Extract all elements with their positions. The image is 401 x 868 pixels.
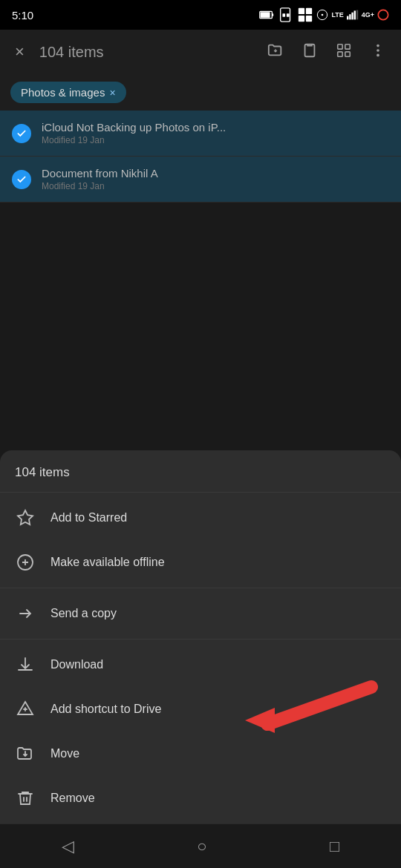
sim-icon bbox=[278, 7, 294, 23]
trash-icon bbox=[15, 788, 36, 809]
svg-rect-21 bbox=[338, 51, 342, 56]
app-bar-title: 104 items bbox=[39, 44, 252, 61]
app-bar: × 104 items bbox=[0, 30, 401, 74]
svg-point-17 bbox=[378, 10, 388, 19]
file-check-2 bbox=[12, 170, 31, 189]
file-name-1: iCloud Not Backing up Photos on iP... bbox=[42, 121, 389, 134]
battery-icon bbox=[258, 7, 275, 23]
svg-rect-22 bbox=[345, 51, 350, 56]
menu-label-move: Move bbox=[50, 747, 79, 760]
file-check-1 bbox=[12, 124, 31, 143]
menu-divider-2 bbox=[0, 639, 401, 640]
svg-rect-4 bbox=[283, 13, 286, 17]
sheet-header: 104 items bbox=[0, 450, 401, 493]
sheet-menu: Add to Starred Make available offline Se… bbox=[0, 493, 401, 823]
filter-chip[interactable]: Photos & images × bbox=[10, 82, 126, 103]
wifi-icon bbox=[316, 9, 328, 21]
filter-chip-label: Photos & images bbox=[21, 86, 105, 99]
signal-icon bbox=[347, 10, 359, 20]
close-button[interactable]: × bbox=[9, 36, 30, 68]
menu-label-add-starred: Add to Starred bbox=[50, 511, 127, 525]
svg-rect-8 bbox=[299, 16, 304, 22]
menu-item-offline[interactable]: Make available offline bbox=[0, 540, 401, 585]
lte-badge: LTE bbox=[331, 11, 343, 19]
status-bar: 5:10 LTE bbox=[0, 0, 401, 30]
menu-label-remove: Remove bbox=[50, 792, 95, 805]
app-bar-actions bbox=[261, 36, 392, 68]
menu-label-add-shortcut: Add shortcut to Drive bbox=[50, 703, 161, 716]
file-info-1: iCloud Not Backing up Photos on iP... Mo… bbox=[42, 121, 389, 145]
send-icon bbox=[15, 603, 36, 624]
download-icon bbox=[15, 654, 36, 675]
back-button[interactable]: ◁ bbox=[44, 829, 92, 864]
status-time: 5:10 bbox=[12, 9, 33, 22]
offline-icon bbox=[15, 552, 36, 573]
file-list: iCloud Not Backing up Photos on iP... Mo… bbox=[0, 111, 401, 203]
svg-point-11 bbox=[322, 14, 324, 16]
file-name-2: Document from Nikhil A bbox=[42, 167, 389, 180]
svg-rect-19 bbox=[338, 44, 342, 48]
svg-rect-14 bbox=[351, 13, 353, 20]
svg-rect-20 bbox=[345, 44, 350, 48]
select-all-button[interactable] bbox=[330, 36, 358, 68]
move-icon bbox=[15, 743, 36, 764]
menu-item-remove[interactable]: Remove bbox=[0, 776, 401, 821]
menu-label-offline: Make available offline bbox=[50, 556, 165, 569]
svg-point-25 bbox=[376, 53, 379, 56]
svg-rect-12 bbox=[347, 16, 348, 20]
svg-rect-13 bbox=[349, 14, 351, 19]
recent-button[interactable]: □ bbox=[312, 829, 357, 864]
svg-rect-15 bbox=[353, 10, 355, 19]
home-button[interactable]: ○ bbox=[179, 829, 224, 864]
status-circle-icon bbox=[377, 9, 389, 21]
sheet-title: 104 items bbox=[15, 465, 70, 479]
svg-rect-2 bbox=[261, 12, 270, 17]
drive-add-icon bbox=[15, 699, 36, 720]
bottom-sheet: 104 items Add to Starred Make available … bbox=[0, 450, 401, 823]
file-item-2[interactable]: Document from Nikhil A Modified 19 Jan bbox=[0, 157, 401, 203]
filter-area: Photos & images × bbox=[0, 74, 401, 111]
svg-rect-16 bbox=[356, 10, 358, 20]
status-icons: LTE 4G+ bbox=[258, 7, 389, 23]
svg-rect-6 bbox=[299, 8, 304, 14]
menu-label-download: Download bbox=[50, 658, 103, 671]
svg-rect-9 bbox=[306, 16, 312, 22]
star-icon bbox=[15, 507, 36, 528]
gallery-icon bbox=[297, 7, 313, 23]
more-options-button[interactable] bbox=[364, 36, 392, 68]
file-meta-2: Modified 19 Jan bbox=[42, 181, 389, 191]
file-info-2: Document from Nikhil A Modified 19 Jan bbox=[42, 167, 389, 191]
menu-item-add-starred[interactable]: Add to Starred bbox=[0, 496, 401, 540]
svg-point-24 bbox=[376, 49, 379, 52]
svg-point-23 bbox=[376, 44, 379, 47]
menu-item-download[interactable]: Download bbox=[0, 642, 401, 687]
menu-label-send-copy: Send a copy bbox=[50, 607, 117, 620]
4g-badge: 4G+ bbox=[362, 11, 374, 19]
svg-rect-1 bbox=[273, 13, 274, 16]
menu-divider-1 bbox=[0, 588, 401, 588]
menu-item-add-shortcut[interactable]: Add shortcut to Drive bbox=[0, 687, 401, 731]
nav-bar: ◁ ○ □ bbox=[0, 823, 401, 868]
file-item-1[interactable]: iCloud Not Backing up Photos on iP... Mo… bbox=[0, 111, 401, 157]
filter-chip-close[interactable]: × bbox=[109, 87, 115, 99]
svg-rect-7 bbox=[306, 8, 312, 14]
move-to-folder-button[interactable] bbox=[261, 36, 290, 68]
svg-rect-5 bbox=[287, 13, 290, 17]
menu-item-send-copy[interactable]: Send a copy bbox=[0, 591, 401, 636]
svg-marker-26 bbox=[18, 510, 33, 525]
file-meta-1: Modified 19 Jan bbox=[42, 135, 389, 145]
clipboard-button[interactable] bbox=[296, 36, 324, 68]
menu-item-move[interactable]: Move bbox=[0, 731, 401, 776]
